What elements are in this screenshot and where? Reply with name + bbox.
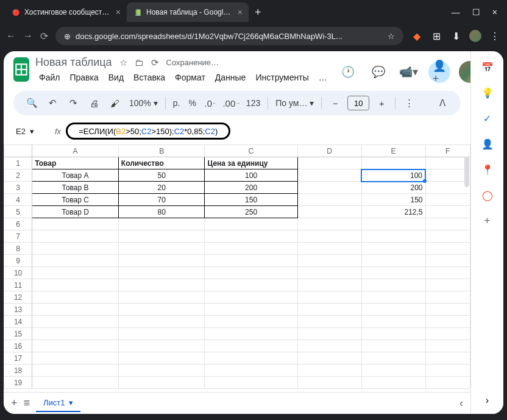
forward-button[interactable]: → bbox=[23, 30, 33, 41]
increase-decimal-button[interactable]: .00→ bbox=[223, 94, 240, 112]
row-header-5[interactable]: 5 bbox=[4, 206, 32, 218]
back-button[interactable]: ← bbox=[6, 30, 16, 41]
addon-icon[interactable]: ◯ bbox=[481, 189, 494, 201]
row-header-10[interactable]: 10 bbox=[4, 267, 32, 279]
currency-button[interactable]: р. bbox=[171, 98, 183, 108]
row-header-7[interactable]: 7 bbox=[4, 230, 32, 243]
calendar-icon[interactable]: 📅 bbox=[481, 61, 494, 73]
sheet-tab-menu-icon[interactable]: ▾ bbox=[69, 398, 73, 407]
row-header-13[interactable]: 13 bbox=[4, 304, 32, 316]
col-header-c[interactable]: C bbox=[205, 145, 297, 157]
get-addons-icon[interactable]: + bbox=[481, 215, 494, 227]
cell-d3[interactable] bbox=[297, 182, 361, 194]
row-header-16[interactable]: 16 bbox=[4, 340, 32, 352]
extensions-icon[interactable]: ⊞ bbox=[430, 30, 442, 42]
row-header-17[interactable]: 17 bbox=[4, 352, 32, 365]
cell-b2[interactable]: 50 bbox=[118, 169, 205, 182]
name-box[interactable]: E2 ▾ bbox=[13, 127, 50, 136]
site-info-icon[interactable]: ⊕ bbox=[64, 32, 71, 41]
maps-icon[interactable]: 📍 bbox=[481, 163, 494, 176]
zoom-select[interactable]: 100% ▾ bbox=[127, 98, 160, 108]
browser-tab-0[interactable]: 🔴 Хостинговое сообщество «Tim × bbox=[5, 2, 127, 22]
cell-f4[interactable] bbox=[425, 194, 470, 206]
row-header-15[interactable]: 15 bbox=[4, 328, 32, 340]
cell-c4[interactable]: 150 bbox=[205, 194, 297, 206]
menu-tools[interactable]: Инструменты bbox=[252, 70, 312, 85]
undo-icon[interactable]: ↶ bbox=[44, 94, 61, 112]
col-header-e[interactable]: E bbox=[361, 145, 425, 157]
cell-b3[interactable]: 20 bbox=[118, 182, 205, 194]
font-size-decrease[interactable]: − bbox=[327, 94, 344, 112]
row-header-11[interactable]: 11 bbox=[4, 279, 32, 291]
paint-format-icon[interactable]: 🖌 bbox=[106, 94, 123, 112]
menu-edit[interactable]: Правка bbox=[66, 70, 102, 85]
sheets-logo-icon[interactable] bbox=[13, 57, 29, 82]
new-tab-button[interactable]: + bbox=[249, 6, 268, 19]
minimize-button[interactable]: — bbox=[452, 7, 460, 17]
row-header-6[interactable]: 6 bbox=[4, 218, 32, 230]
percent-button[interactable]: % bbox=[186, 98, 198, 108]
cell-e3[interactable]: 200 bbox=[361, 182, 425, 194]
contacts-icon[interactable]: 👤 bbox=[481, 138, 494, 150]
cell-a4[interactable]: Товар C bbox=[32, 194, 119, 206]
tasks-icon[interactable]: ✓ bbox=[481, 112, 494, 124]
vertical-scrollbar[interactable] bbox=[464, 157, 469, 187]
close-window-button[interactable]: × bbox=[492, 7, 497, 17]
hide-panel-icon[interactable]: › bbox=[481, 394, 494, 407]
select-all-cell[interactable] bbox=[4, 145, 32, 157]
row-header-3[interactable]: 3 bbox=[4, 182, 32, 194]
cell-e4[interactable]: 150 bbox=[361, 194, 425, 206]
cell-f5[interactable] bbox=[425, 206, 470, 218]
keep-icon[interactable]: 💡 bbox=[481, 87, 494, 99]
toolbar-more-icon[interactable]: ⋮ bbox=[400, 94, 417, 112]
cell-d5[interactable] bbox=[297, 206, 361, 218]
profile-avatar[interactable] bbox=[469, 30, 481, 42]
row-header-1[interactable]: 1 bbox=[4, 157, 32, 169]
col-header-a[interactable]: A bbox=[32, 145, 119, 157]
row-header-12[interactable]: 12 bbox=[4, 291, 32, 304]
move-icon[interactable]: 🗀 bbox=[135, 57, 144, 68]
tab-close-0[interactable]: × bbox=[116, 7, 121, 17]
spreadsheet-grid[interactable]: A B C D E F 1 Товар Количество Цена за е… bbox=[4, 144, 470, 392]
decrease-decimal-button[interactable]: .0← bbox=[202, 94, 219, 112]
cell-a2[interactable]: Товар A bbox=[32, 169, 119, 182]
reload-button[interactable]: ⟳ bbox=[40, 30, 48, 42]
row-header-9[interactable]: 9 bbox=[4, 255, 32, 267]
font-size-increase[interactable]: + bbox=[373, 94, 390, 112]
comments-button[interactable]: 💬 bbox=[367, 61, 389, 83]
cell-c5[interactable]: 250 bbox=[205, 206, 297, 218]
history-button[interactable]: 🕐 bbox=[337, 61, 359, 83]
menu-view[interactable]: Вид bbox=[105, 70, 127, 85]
cell-b4[interactable]: 70 bbox=[118, 194, 205, 206]
download-icon[interactable]: ⬇ bbox=[450, 30, 462, 42]
menu-data[interactable]: Данные bbox=[211, 70, 250, 85]
share-button[interactable]: 👤+ bbox=[428, 61, 450, 83]
cloud-status-icon[interactable]: ⟳ bbox=[151, 57, 159, 68]
col-header-d[interactable]: D bbox=[297, 145, 361, 157]
cell-e5[interactable]: 212,5 bbox=[361, 206, 425, 218]
cell-c1[interactable]: Цена за единицу bbox=[205, 157, 297, 169]
cell-a1[interactable]: Товар bbox=[32, 157, 119, 169]
search-icon[interactable]: 🔍 bbox=[23, 94, 40, 112]
row-header-8[interactable]: 8 bbox=[4, 243, 32, 255]
cell-c3[interactable]: 200 bbox=[205, 182, 297, 194]
cell-d2[interactable] bbox=[297, 169, 361, 182]
cell-b1[interactable]: Количество bbox=[118, 157, 205, 169]
cell-b5[interactable]: 80 bbox=[118, 206, 205, 218]
cell-a5[interactable]: Товар D bbox=[32, 206, 119, 218]
cell-f2[interactable] bbox=[425, 169, 470, 182]
cell-c2[interactable]: 100 bbox=[205, 169, 297, 182]
address-bar[interactable]: ⊕ docs.google.com/spreadsheets/d/1Mo2Vqb… bbox=[55, 27, 403, 45]
row-header-4[interactable]: 4 bbox=[4, 194, 32, 206]
explore-button[interactable]: ‹ bbox=[459, 397, 463, 410]
maximize-button[interactable]: ☐ bbox=[472, 7, 480, 17]
all-sheets-button[interactable]: ≡ bbox=[24, 397, 30, 410]
font-select[interactable]: По ум… ▾ bbox=[273, 98, 316, 108]
collapse-toolbar-icon[interactable]: ᐱ bbox=[434, 94, 451, 112]
menu-format[interactable]: Формат bbox=[171, 70, 209, 85]
menu-file[interactable]: Файл bbox=[35, 70, 63, 85]
formula-input[interactable]: =ЕСЛИ(И(B2>50; C2>150); C2*0,85; C2) bbox=[66, 123, 230, 140]
col-header-f[interactable]: F bbox=[425, 145, 470, 157]
menu-more[interactable]: … bbox=[315, 70, 331, 85]
meet-button[interactable]: 📹▾ bbox=[398, 61, 420, 83]
